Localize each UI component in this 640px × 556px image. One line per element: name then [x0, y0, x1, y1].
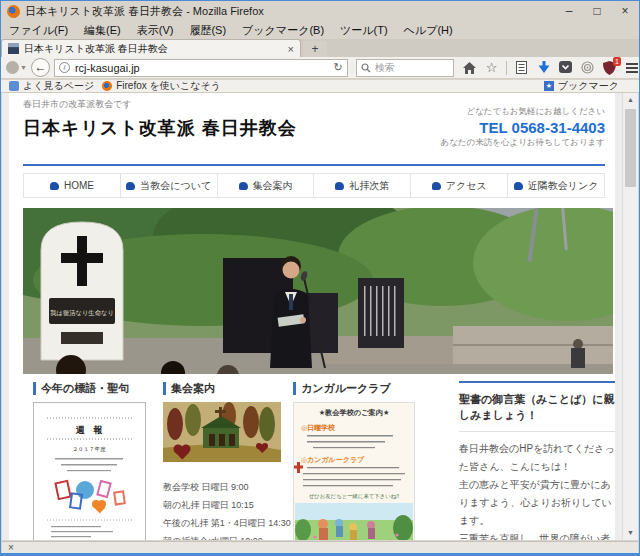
menu-view[interactable]: 表示(V) [129, 23, 182, 38]
search-placeholder: 検索 [375, 61, 395, 75]
menu-button[interactable] [624, 60, 639, 75]
dove-icon [126, 182, 135, 190]
browser-window: 日本キリスト改革派 春日井教会 - Mozilla Firefox – □ × … [0, 0, 640, 556]
url-bar[interactable]: i rcj-kasugai.jp ↻ [54, 59, 348, 77]
findbar-close-icon[interactable]: × [8, 543, 14, 553]
bulletin-church: 春日井教会 [95, 539, 127, 540]
vertical-scrollbar[interactable]: ▲ ▼ [622, 93, 638, 540]
club-poster-image[interactable]: ★教会学校のご案内★ ◎日曜学校 ◎カンガルークラブ ぜひお友だちと一緒に来て下… [293, 402, 415, 540]
pocket-button[interactable] [558, 60, 573, 75]
dove-icon [432, 182, 441, 190]
sidebar-title: 聖書の御言葉（みことば）に親しみましょう！ [459, 391, 615, 423]
tab-active[interactable]: 日本キリスト改革派 春日井教会 × [1, 39, 301, 57]
church-collage-image[interactable] [163, 402, 281, 462]
bookmark-star-icon[interactable]: ☆ [484, 60, 499, 75]
nav-label: アクセス [446, 179, 487, 193]
nav-item-home[interactable]: HOME [23, 174, 121, 197]
minimize-button[interactable]: – [555, 2, 583, 21]
sidebar-body-text: 春日井教会のHPを訪れてくださった皆さん、こんにちは！ 主の恵みと平安が貴方に豊… [459, 440, 615, 540]
contact-note-bottom: あなたの来訪を心よりお待ちしております [441, 137, 606, 149]
nav-label: 当教会について [140, 179, 211, 193]
sidebar-button[interactable] [514, 60, 529, 75]
url-text[interactable]: rcj-kasugai.jp [75, 62, 334, 74]
heading-label: 今年の標語・聖句 [41, 381, 129, 396]
firefox-bookmark-icon [102, 81, 112, 91]
page-viewport: 春日井市の改革派教会です 日本キリスト改革派 春日井教会 どなたでもお気軽にお越… [2, 93, 622, 540]
content-columns: 今年の標語・聖句 週 報 ２０１７年度 [9, 381, 615, 540]
download-icon [538, 61, 550, 74]
scroll-down-arrow[interactable]: ▼ [623, 526, 638, 540]
schedule-line: 教会学校 日曜日 9:00 [163, 478, 289, 496]
menu-history[interactable]: 履歴(S) [181, 23, 234, 38]
dove-icon [335, 182, 344, 190]
bookmark-label: よく見るページ [23, 79, 94, 93]
tab-title: 日本キリスト改革派 春日井教会 [24, 42, 282, 56]
search-bar[interactable]: 検索 [356, 59, 454, 77]
close-button[interactable]: × [611, 2, 639, 21]
back-button[interactable]: ← [31, 58, 50, 77]
nav-item-links[interactable]: 近隣教会リンク [508, 174, 605, 197]
site-navigation: HOME 当教会について 集会案内 礼拝次第 アクセス 近隣教会リンク [23, 173, 605, 198]
tab-close-icon[interactable]: × [288, 43, 294, 55]
smart-folder-icon [9, 81, 19, 91]
fingerprint-button[interactable] [580, 60, 595, 75]
web-page: 春日井市の改革派教会です 日本キリスト改革派 春日井教会 どなたでもお気軽にお越… [9, 93, 615, 540]
menu-help[interactable]: ヘルプ(H) [396, 23, 461, 38]
nav-label: HOME [64, 180, 94, 191]
bookmarks-bar: よく見るページ Firefox を使いこなそう ★ ブックマーク [1, 80, 639, 93]
window-title: 日本キリスト改革派 春日井教会 - Mozilla Firefox [25, 4, 264, 19]
heading-label: 集会案内 [171, 381, 215, 396]
menu-file[interactable]: ファイル(F) [1, 23, 76, 38]
column-motto: 今年の標語・聖句 週 報 ２０１７年度 [33, 381, 159, 540]
schedule-line: 朝の祈祷会:水曜日 10:00 [163, 532, 289, 540]
bookmarks-menu-label: ブックマーク [558, 79, 619, 93]
dove-icon [239, 182, 248, 190]
nav-item-meetings[interactable]: 集会案内 [218, 174, 315, 197]
contact-block: どなたでもお気軽にお越しください TEL 0568-31-4403 あなたの来訪… [441, 106, 606, 149]
nav-label: 礼拝次第 [349, 179, 389, 193]
shield-button[interactable]: 1 [602, 60, 617, 75]
hero-photo: 我は復活なり生命なり [23, 208, 613, 374]
menu-edit[interactable]: 編集(E) [76, 23, 129, 38]
bookmarks-menu-button[interactable]: ★ ブックマーク [544, 79, 619, 93]
bookmark-item-firefox[interactable]: Firefox を使いこなそう [102, 79, 221, 93]
hamburger-icon [626, 63, 638, 73]
heading-bar [163, 382, 166, 395]
schedule-line: 朝の礼拝 日曜日 10:15 [163, 496, 289, 514]
site-info-icon[interactable]: i [59, 62, 70, 73]
navigation-toolbar: ▼ ← i rcj-kasugai.jp ↻ 検索 ☆ [1, 57, 639, 79]
heading-bar [33, 382, 36, 395]
menu-tools[interactable]: ツール(T) [332, 23, 396, 38]
nav-item-about[interactable]: 当教会について [121, 174, 218, 197]
search-icon [361, 63, 371, 73]
download-button[interactable] [536, 60, 551, 75]
home-button[interactable] [462, 60, 477, 75]
toolbar-separator [506, 61, 507, 75]
bulletin-image[interactable]: 週 報 ２０１７年度 [33, 402, 146, 540]
extension-button[interactable]: ▼ [6, 61, 27, 74]
fingerprint-icon [581, 61, 594, 74]
reload-icon[interactable]: ↻ [334, 61, 343, 74]
poster-sunday-school: ◎日曜学校 [301, 423, 336, 432]
poster-kangaroo-club: ◎カンガルークラブ [301, 455, 365, 464]
meeting-schedule: 教会学校 日曜日 9:00 朝の礼拝 日曜日 10:15 午後の礼拝 第1・4日… [163, 478, 289, 540]
nav-item-access[interactable]: アクセス [411, 174, 508, 197]
nav-label: 集会案内 [253, 179, 293, 193]
phone-number: TEL 0568-31-4403 [441, 119, 606, 136]
bookmark-label: Firefox を使いこなそう [116, 79, 221, 93]
scrollbar-thumb[interactable] [625, 109, 636, 187]
menu-bookmarks[interactable]: ブックマーク(B) [234, 23, 332, 38]
white-monument: 我は復活なり生命なり [41, 222, 123, 360]
new-tab-button[interactable]: + [303, 41, 327, 57]
sidebar-divider [459, 431, 615, 432]
contact-note-top: どなたでもお気軽にお越しください [441, 106, 606, 118]
scroll-up-arrow[interactable]: ▲ [623, 93, 638, 107]
nav-item-worship[interactable]: 礼拝次第 [314, 174, 411, 197]
sidebar-list-icon [516, 61, 527, 74]
column-meetings: 集会案内 [163, 381, 289, 540]
bookmark-item-frequent[interactable]: よく見るページ [9, 79, 94, 93]
home-icon [463, 62, 476, 74]
bulletin-title: 週 報 [76, 425, 103, 435]
find-bar: × [2, 541, 638, 553]
maximize-button[interactable]: □ [583, 2, 611, 21]
